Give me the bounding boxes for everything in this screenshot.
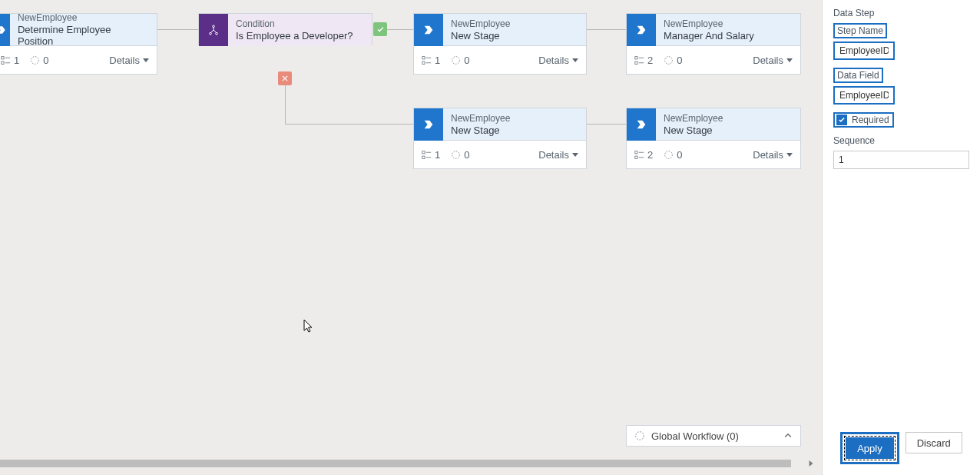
svg-rect-0 [2,56,4,58]
svg-rect-12 [422,61,425,64]
svg-rect-26 [635,151,637,153]
stage-icon [0,14,10,46]
panel-header: Data Step [833,8,969,18]
svg-point-5 [213,25,215,28]
required-label: Required [852,115,889,125]
stage-pretitle: NewEmployee [451,113,510,125]
connector [587,29,626,30]
svg-point-4 [31,56,39,64]
details-toggle[interactable]: Details [753,55,793,66]
svg-point-15 [452,56,460,64]
mouse-cursor [303,319,314,334]
connector [285,85,286,124]
workflow-icon [634,430,645,441]
details-toggle[interactable]: Details [109,55,149,66]
chevron-down-icon [572,58,578,62]
steps-count: 1 [422,55,440,66]
stage-title: New Stage [664,125,723,136]
stage-pretitle: NewEmployee [18,12,149,24]
condition-false-marker [278,71,292,85]
condition-pretitle: Condition [236,18,353,30]
data-field-label: Data Field [833,68,883,83]
triggers-count: 0 [664,149,682,161]
condition-true-marker [373,22,387,36]
triggers-count: 0 [664,55,682,66]
stage-card-new-stage-3[interactable]: NewEmployee New Stage 2 0 Details [626,108,801,169]
stage-card-determine-position[interactable]: NewEmployee Determine Employee Position … [0,13,157,75]
step-name-input[interactable] [833,42,895,60]
svg-rect-22 [422,156,425,158]
svg-rect-1 [2,61,4,64]
triggers-count: 0 [451,55,469,66]
svg-point-20 [665,56,673,64]
svg-rect-27 [635,156,637,158]
steps-count: 2 [634,55,653,66]
connector [587,124,626,125]
steps-count: 2 [634,149,653,161]
global-workflow-label: Global Workflow (0) [651,430,739,442]
triggers-count: 0 [30,55,48,66]
chevron-up-icon [783,431,793,440]
apply-highlight: Apply [840,432,899,464]
steps-count: 1 [1,55,19,66]
stage-icon [627,14,656,46]
stage-card-manager-salary[interactable]: NewEmployee Manager And Salary 2 0 Detai… [626,13,801,75]
chevron-down-icon [786,153,793,157]
steps-count: 1 [422,149,440,161]
stage-pretitle: NewEmployee [451,18,510,30]
svg-rect-11 [422,56,425,58]
required-checkbox[interactable] [836,115,847,125]
connector [285,124,413,125]
stage-icon [414,108,443,141]
stage-title: Manager And Salary [664,30,754,42]
svg-rect-21 [422,151,425,153]
stage-title: Determine Employee Position [18,24,149,47]
details-toggle[interactable]: Details [538,55,578,66]
sequence-input[interactable] [833,151,969,169]
scroll-right-arrow[interactable] [806,459,816,468]
stage-icon [414,14,443,46]
step-name-label: Step Name [833,23,887,38]
stage-title: New Stage [451,30,510,42]
svg-point-9 [210,32,212,35]
required-checkbox-row[interactable]: Required [833,112,894,128]
workflow-canvas[interactable]: NewEmployee Determine Employee Position … [0,0,821,475]
condition-card[interactable]: Condition Is Employee a Developer? [198,13,372,45]
condition-title: Is Employee a Developer? [236,30,353,42]
stage-card-new-stage-1[interactable]: NewEmployee New Stage 1 0 Details [413,13,587,75]
triggers-count: 0 [451,149,469,161]
connector [386,29,413,30]
data-field-input[interactable] [833,86,895,105]
connector [157,29,198,30]
sequence-label: Sequence [833,135,969,146]
properties-panel: Data Step Step Name Data Field Required … [822,0,980,475]
svg-point-10 [216,32,218,35]
discard-button[interactable]: Discard [906,432,962,453]
stage-pretitle: NewEmployee [664,113,723,125]
details-toggle[interactable]: Details [538,149,578,161]
horizontal-scrollbar-thumb[interactable] [0,460,791,467]
svg-rect-16 [635,56,637,58]
chevron-down-icon [572,153,578,157]
stage-icon [627,108,656,141]
chevron-down-icon [786,58,793,62]
svg-point-31 [636,432,644,440]
stage-card-new-stage-2[interactable]: NewEmployee New Stage 1 0 Details [413,108,587,169]
stage-pretitle: NewEmployee [664,18,754,30]
svg-rect-17 [635,61,637,64]
svg-point-25 [452,151,460,158]
chevron-down-icon [143,58,149,62]
details-toggle[interactable]: Details [753,149,793,161]
svg-point-30 [665,151,673,158]
apply-button[interactable]: Apply [846,437,894,459]
stage-title: New Stage [451,125,510,136]
condition-icon [199,14,228,46]
global-workflow-bar[interactable]: Global Workflow (0) [626,425,801,447]
